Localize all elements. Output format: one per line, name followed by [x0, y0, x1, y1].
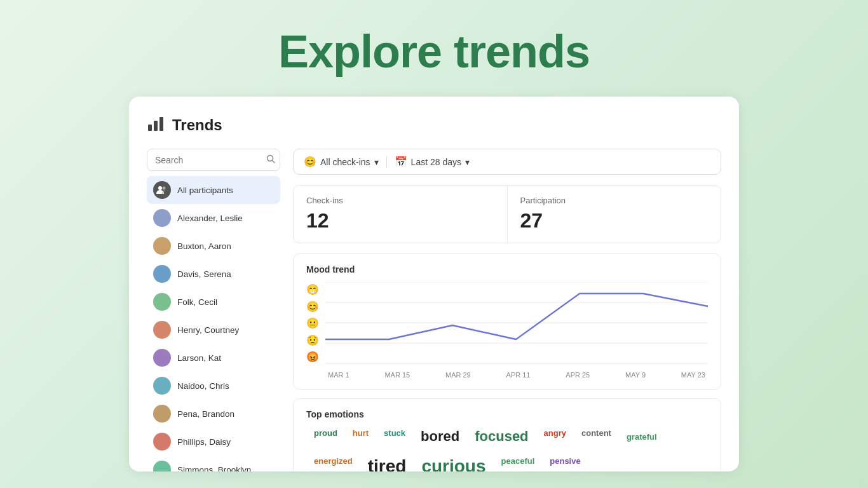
x-label: MAY 9: [625, 371, 646, 379]
search-icon: [266, 154, 275, 165]
svg-line-4: [273, 161, 275, 163]
emotion-angry[interactable]: angry: [536, 427, 574, 446]
checkins-filter-label: All check-ins: [320, 157, 370, 167]
emotion-bored[interactable]: bored: [413, 427, 467, 446]
x-label: APR 11: [506, 371, 531, 379]
participant-item[interactable]: Simmons, Brooklyn: [147, 456, 280, 471]
date-filter-label: Last 28 days: [411, 157, 461, 167]
emoji-neutral: 😐: [306, 318, 319, 329]
mood-chart-svg: [325, 282, 708, 365]
participant-name: Folk, Cecil: [177, 297, 217, 307]
x-label: MAR 29: [445, 371, 471, 379]
card-header: Trends: [147, 114, 721, 136]
emotion-hurt[interactable]: hurt: [345, 427, 376, 446]
emotions-section: Top emotions proud hurt stuck bored focu…: [293, 398, 721, 471]
participant-name: Buxton, Aaron: [177, 241, 231, 251]
avatar: [153, 209, 171, 227]
emotion-stuck[interactable]: stuck: [376, 427, 413, 446]
participant-item[interactable]: Pena, Brandon: [147, 400, 280, 428]
svg-rect-2: [159, 117, 163, 131]
emotion-energized[interactable]: energized: [306, 455, 360, 471]
participant-name: Simmons, Brooklyn: [177, 465, 251, 472]
avatar: [153, 461, 171, 471]
checkins-stat: Check-ins 12: [294, 186, 508, 243]
participation-stat-value: 27: [520, 209, 709, 233]
participant-item[interactable]: Henry, Courtney: [147, 316, 280, 344]
trends-icon: [147, 114, 165, 136]
emotion-proud[interactable]: proud: [306, 427, 345, 446]
emotions-title: Top emotions: [306, 409, 708, 419]
participant-name: Alexander, Leslie: [177, 214, 243, 223]
participation-stat-label: Participation: [520, 196, 709, 205]
calendar-icon: 📅: [395, 156, 407, 168]
emoji-smile: 😊: [306, 302, 319, 312]
main-content: 😊 All check-ins ▾ 📅 Last 28 days ▾ Check…: [293, 149, 721, 471]
search-input[interactable]: [155, 155, 266, 165]
svg-point-5: [158, 186, 162, 190]
sidebar: All participants Alexander, Leslie Buxto…: [147, 149, 280, 471]
avatar: [153, 433, 171, 451]
search-box[interactable]: [147, 149, 280, 171]
svg-rect-1: [154, 121, 158, 131]
avatar: [153, 321, 171, 339]
checkins-stat-value: 12: [306, 209, 494, 233]
avatar: [153, 349, 171, 367]
checkins-stat-label: Check-ins: [306, 196, 494, 205]
participant-name: Pena, Brandon: [177, 409, 234, 419]
card-title: Trends: [172, 116, 222, 134]
participant-all[interactable]: All participants: [147, 176, 280, 204]
participant-item[interactable]: Buxton, Aaron: [147, 232, 280, 260]
emotion-grateful[interactable]: grateful: [619, 431, 665, 446]
avatar: [153, 377, 171, 395]
emotion-pensive[interactable]: pensive: [542, 455, 588, 471]
date-chevron-icon: ▾: [465, 157, 470, 167]
stats-row: Check-ins 12 Participation 27: [293, 185, 721, 243]
emotion-tired[interactable]: tired: [360, 455, 414, 471]
date-filter[interactable]: 📅 Last 28 days ▾: [395, 156, 470, 168]
x-label: APR 25: [566, 371, 590, 379]
chart-y-axis: 😁 😊 😐 😟 😡: [306, 282, 319, 365]
chart-x-labels: MAR 1 MAR 15 MAR 29 APR 11 APR 25 MAY 9 …: [325, 371, 708, 379]
mood-trend-section: Mood trend 😁 😊 😐 😟 😡: [293, 254, 721, 390]
emotion-curious[interactable]: curious: [414, 455, 493, 471]
filter-divider: [386, 156, 387, 168]
svg-rect-0: [148, 125, 152, 131]
avatar: [153, 405, 171, 423]
participant-item[interactable]: Alexander, Leslie: [147, 204, 280, 232]
participant-item[interactable]: Davis, Serena: [147, 260, 280, 288]
x-label: MAY 23: [681, 371, 705, 379]
participant-name: Phillips, Daisy: [177, 437, 231, 447]
svg-point-6: [163, 187, 166, 190]
main-card: Trends: [129, 97, 739, 471]
participant-name: Davis, Serena: [177, 269, 231, 279]
content-layout: All participants Alexander, Leslie Buxto…: [147, 149, 721, 471]
participant-name: Naidoo, Chris: [177, 381, 229, 391]
participant-list: All participants Alexander, Leslie Buxto…: [147, 176, 280, 471]
participant-name: Larson, Kat: [177, 353, 221, 363]
x-label: MAR 1: [328, 371, 349, 379]
page-title: Explore trends: [0, 25, 868, 78]
chart-wrapper: MAR 1 MAR 15 MAR 29 APR 11 APR 25 MAY 9 …: [325, 282, 708, 379]
page-header: Explore trends: [0, 0, 868, 97]
participant-item[interactable]: Phillips, Daisy: [147, 428, 280, 456]
checkins-filter[interactable]: 😊 All check-ins ▾: [304, 156, 379, 168]
participation-stat: Participation 27: [508, 186, 721, 243]
checkins-icon: 😊: [304, 156, 316, 168]
emotions-grid: proud hurt stuck bored focused angry con…: [306, 427, 708, 471]
emoji-angry: 😡: [306, 352, 319, 362]
participant-item[interactable]: Folk, Cecil: [147, 288, 280, 316]
avatar: [153, 237, 171, 255]
emotion-content[interactable]: content: [574, 427, 619, 446]
participant-item[interactable]: Naidoo, Chris: [147, 372, 280, 400]
checkins-chevron-icon: ▾: [374, 157, 379, 167]
filter-bar: 😊 All check-ins ▾ 📅 Last 28 days ▾: [293, 149, 721, 175]
emoji-happy: 😁: [306, 285, 319, 295]
avatar: [153, 293, 171, 311]
emotion-peaceful[interactable]: peaceful: [494, 455, 543, 471]
avatar: [153, 265, 171, 283]
x-label: MAR 15: [384, 371, 410, 379]
avatar-all: [153, 181, 171, 199]
participant-item[interactable]: Larson, Kat: [147, 344, 280, 372]
participant-name: Henry, Courtney: [177, 325, 239, 335]
emotion-focused[interactable]: focused: [467, 427, 536, 446]
